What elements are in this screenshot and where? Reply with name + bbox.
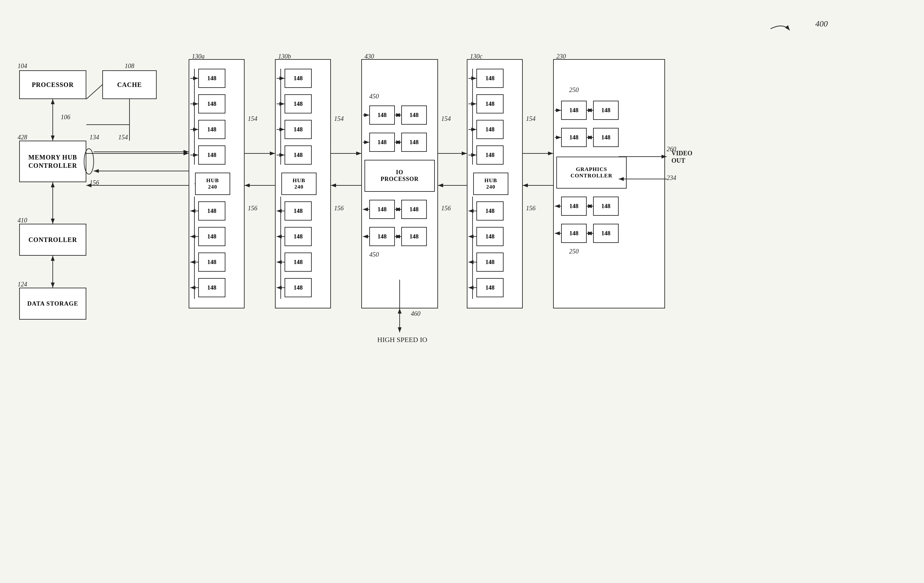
ref-154-c: 154 bbox=[526, 115, 536, 122]
ref-156-a: 156 bbox=[248, 204, 257, 212]
ref-108: 108 bbox=[125, 62, 134, 70]
mem-148-4c: 148 bbox=[476, 145, 503, 165]
ref-154-io: 154 bbox=[441, 115, 451, 122]
mem-148-6c: 148 bbox=[476, 227, 503, 246]
mem-148-gc-2r: 148 bbox=[593, 128, 619, 147]
mem-148-io-2r: 148 bbox=[401, 133, 427, 152]
mem-148-io-3r: 148 bbox=[401, 200, 427, 219]
ref-410: 410 bbox=[18, 217, 27, 224]
mem-148-io-3l: 148 bbox=[369, 200, 395, 219]
ref-260: 260 bbox=[667, 145, 676, 153]
diagram-container: 400 PROCESSOR 104 CACHE 108 MEMORY HUBCO… bbox=[0, 0, 924, 583]
ref-450-bot: 450 bbox=[369, 251, 379, 258]
ref-134: 134 bbox=[89, 133, 99, 141]
mem-148-gc-3r: 148 bbox=[593, 196, 619, 216]
mem-148-1a: 148 bbox=[198, 69, 225, 88]
mem-148-3b: 148 bbox=[285, 120, 312, 139]
mem-148-4b: 148 bbox=[285, 145, 312, 165]
mem-148-gc-2l: 148 bbox=[561, 128, 587, 147]
controller-box: CONTROLLER bbox=[19, 224, 86, 256]
svg-line-4 bbox=[86, 85, 102, 99]
mem-148-8b: 148 bbox=[285, 278, 312, 297]
ref-154-b: 154 bbox=[334, 115, 344, 122]
ref-124: 124 bbox=[18, 281, 27, 288]
mem-148-2a: 148 bbox=[198, 94, 225, 114]
io-processor-box: IOPROCESSOR bbox=[365, 160, 435, 192]
ref-234: 234 bbox=[667, 174, 676, 181]
memory-hub-controller-box: MEMORY HUBCONTROLLER bbox=[19, 141, 86, 182]
ref-156-io: 156 bbox=[441, 204, 451, 212]
graphics-controller-box: GRAPHICSCONTROLLER bbox=[556, 156, 627, 189]
mem-148-1c: 148 bbox=[476, 69, 503, 88]
mem-148-io-1r: 148 bbox=[401, 105, 427, 125]
high-speed-io-label: HIGH SPEED IO bbox=[377, 336, 427, 344]
ref-104: 104 bbox=[18, 62, 27, 70]
hub-240-a: HUB240 bbox=[195, 173, 230, 195]
ref-106: 106 bbox=[61, 114, 70, 121]
ref-154-a-top: 154 bbox=[248, 115, 257, 122]
mem-148-gc-4r: 148 bbox=[593, 224, 619, 243]
mem-148-io-4l: 148 bbox=[369, 227, 395, 246]
mem-148-2c: 148 bbox=[476, 94, 503, 114]
mem-148-6b: 148 bbox=[285, 227, 312, 246]
ref-400: 400 bbox=[815, 19, 828, 29]
mem-148-8a: 148 bbox=[198, 278, 225, 297]
ref-250-top: 250 bbox=[569, 86, 579, 94]
mem-148-gc-4l: 148 bbox=[561, 224, 587, 243]
mem-148-7a: 148 bbox=[198, 252, 225, 272]
hub-240-c: HUB240 bbox=[473, 173, 508, 195]
processor-box: PROCESSOR bbox=[19, 70, 86, 99]
cache-box: CACHE bbox=[102, 70, 157, 99]
mem-148-6a: 148 bbox=[198, 227, 225, 246]
ref-460: 460 bbox=[411, 310, 421, 318]
mem-148-1b: 148 bbox=[285, 69, 312, 88]
mem-148-4a: 148 bbox=[198, 145, 225, 165]
mem-148-2b: 148 bbox=[285, 94, 312, 114]
ref-156-b: 156 bbox=[334, 204, 344, 212]
ref-450-top: 450 bbox=[369, 93, 379, 100]
mem-148-8c: 148 bbox=[476, 278, 503, 297]
mem-148-io-4r: 148 bbox=[401, 227, 427, 246]
ref-156-left: 156 bbox=[89, 179, 99, 186]
mem-148-gc-1r: 148 bbox=[593, 100, 619, 120]
mem-148-7b: 148 bbox=[285, 252, 312, 272]
mem-148-5b: 148 bbox=[285, 201, 312, 221]
ref-428: 428 bbox=[18, 133, 27, 141]
mem-148-gc-3l: 148 bbox=[561, 196, 587, 216]
data-storage-box: DATA STORAGE bbox=[19, 288, 86, 319]
mem-148-gc-1l: 148 bbox=[561, 100, 587, 120]
mem-148-3c: 148 bbox=[476, 120, 503, 139]
mem-148-io-2l: 148 bbox=[369, 133, 395, 152]
mem-148-5a: 148 bbox=[198, 201, 225, 221]
mem-148-3a: 148 bbox=[198, 120, 225, 139]
mem-148-7c: 148 bbox=[476, 252, 503, 272]
ref-156-c: 156 bbox=[526, 204, 536, 212]
hub-240-b: HUB240 bbox=[281, 173, 317, 195]
mem-148-5c: 148 bbox=[476, 201, 503, 221]
mem-148-io-1l: 148 bbox=[369, 105, 395, 125]
ref-154-left: 154 bbox=[118, 133, 128, 141]
ref-250-bot: 250 bbox=[569, 248, 579, 255]
